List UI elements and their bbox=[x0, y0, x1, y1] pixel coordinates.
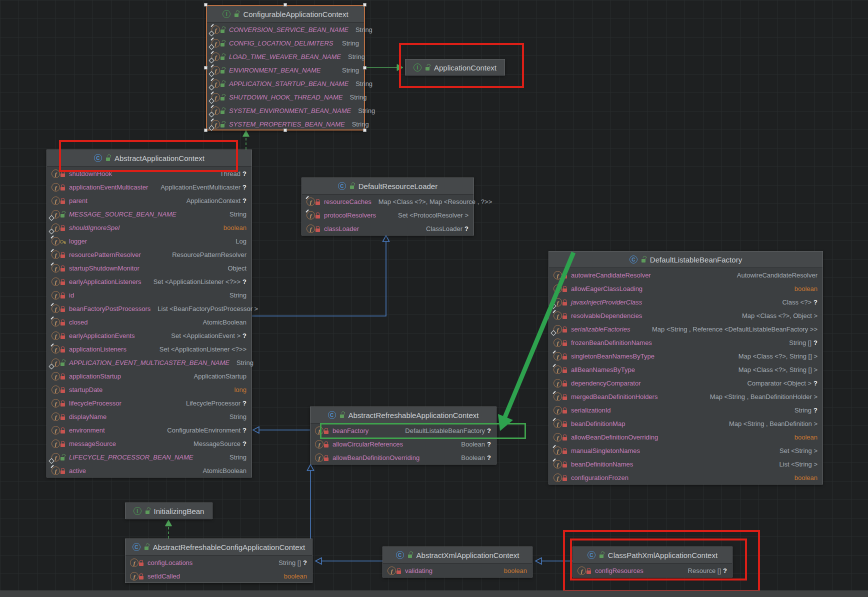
horizontal-scrollbar[interactable] bbox=[0, 590, 868, 597]
uml-diagram-canvas[interactable]: IConfigurableApplicationContextfCONVERSI… bbox=[0, 0, 868, 597]
green-annotation-arrow-shaft bbox=[505, 252, 574, 417]
annotation-arrow-layer bbox=[0, 0, 868, 597]
